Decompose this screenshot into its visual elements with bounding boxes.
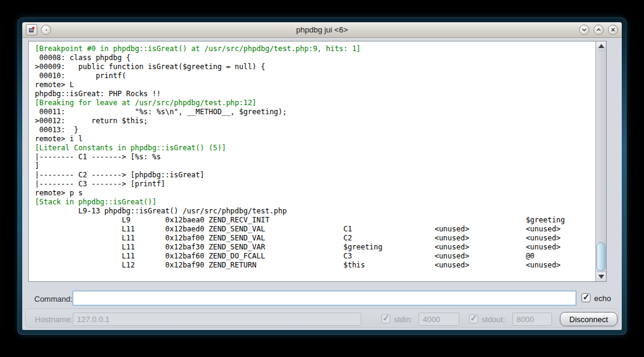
- window-frame: phpdbg jui <6>: [17, 17, 627, 335]
- hostname-label: Hostname:: [35, 315, 73, 324]
- disconnect-button[interactable]: Disconnect: [560, 312, 618, 326]
- scrollbar-thumb[interactable]: [596, 242, 606, 271]
- window-menu-button[interactable]: [41, 25, 51, 35]
- command-label: Command:: [34, 294, 73, 304]
- close-button[interactable]: [608, 25, 618, 35]
- console-line: remote> L: [35, 81, 595, 90]
- app-icon-button[interactable]: [26, 24, 37, 35]
- window-title: phpdbg jui <6>: [22, 25, 622, 34]
- console-line: 00013: }: [35, 126, 595, 135]
- console-line: ]: [35, 162, 595, 171]
- console-line: [Breakpoint #0 in phpdbg::isGreat() at /…: [35, 44, 595, 53]
- connection-panel: Hostname: stdin: stdout: Disconnect: [25, 308, 619, 328]
- console-line: [Breaking for leave at /usr/src/phpdbg/t…: [35, 99, 595, 108]
- console-output[interactable]: [Breakpoint #0 in phpdbg::isGreat() at /…: [28, 41, 607, 282]
- console-line: L12 0x12baf90 ZEND_RETURN $this <unused>…: [35, 261, 595, 270]
- console-line: L11 0x12baf30 ZEND_SEND_VAR $greeting <u…: [35, 243, 595, 252]
- console-line: L11 0x12baf60 ZEND_DO_FCALL C3 <unused> …: [35, 252, 595, 261]
- console-line: phpdbg::isGreat: PHP Rocks !!: [35, 90, 595, 99]
- console-line: remote> p s: [35, 189, 595, 198]
- console-text: [Breakpoint #0 in phpdbg::isGreat() at /…: [29, 41, 595, 281]
- stdin-port-field: [419, 313, 459, 326]
- console-line: |-------- C3 -------> [printf]: [35, 180, 595, 189]
- echo-checkbox[interactable]: [581, 293, 590, 302]
- stdin-label: stdin:: [394, 315, 412, 324]
- console-line: |-------- C2 -------> [phpdbg::isGreat]: [35, 171, 595, 180]
- arrow-down-icon: [598, 275, 604, 279]
- minimize-button[interactable]: [579, 25, 589, 35]
- console-line: 00008: class phpdbg {: [35, 53, 595, 63]
- hostname-field: [73, 313, 361, 326]
- stdin-checkbox: [381, 314, 390, 323]
- stdout-label: stdout:: [482, 315, 505, 324]
- titlebar[interactable]: phpdbg jui <6>: [22, 22, 622, 38]
- chevron-down-icon: [581, 27, 587, 32]
- console-line: 00010: printf(: [35, 72, 595, 81]
- console-line: L9-13 phpdbg::isGreat() /usr/src/phpdbg/…: [35, 207, 595, 216]
- command-input[interactable]: [72, 290, 577, 306]
- console-line: L9 0x12baea0 ZEND_RECV_INIT $greeting: [35, 216, 595, 225]
- console-line: 00011: "%s: %s\n", __METHOD__, $greeting…: [35, 108, 595, 117]
- arrow-up-icon: [598, 44, 604, 48]
- stdout-checkbox: [469, 314, 478, 323]
- scroll-down-button[interactable]: [596, 272, 606, 281]
- console-line: >00012: return $this;: [35, 117, 595, 126]
- java-app-icon: [28, 26, 35, 34]
- console-line: |-------- C1 -------> [%s: %s: [35, 153, 595, 162]
- console-line: [Stack in phpdbg::isGreat()]: [35, 198, 595, 207]
- console-line: L11 0x12baed0 ZEND_SEND_VAL C1 <unused> …: [35, 225, 595, 234]
- console-line: >00009: public function isGreat($greetin…: [35, 63, 595, 72]
- window: phpdbg jui <6>: [22, 22, 622, 330]
- stdout-port-field: [512, 313, 552, 326]
- window-menu-icon: [44, 28, 48, 32]
- maximize-button[interactable]: [593, 25, 604, 35]
- console-line: [Literal Constants in phpdbg::isGreat() …: [35, 144, 595, 153]
- console-line: L11 0x12baf00 ZEND_SEND_VAL C2 <unused> …: [35, 234, 595, 243]
- echo-label: echo: [594, 294, 611, 303]
- console-line: remote> i l: [35, 135, 595, 144]
- vertical-scrollbar[interactable]: [595, 41, 606, 281]
- scroll-up-button[interactable]: [596, 41, 606, 51]
- chevron-up-icon: [596, 27, 601, 32]
- close-icon: [610, 27, 616, 32]
